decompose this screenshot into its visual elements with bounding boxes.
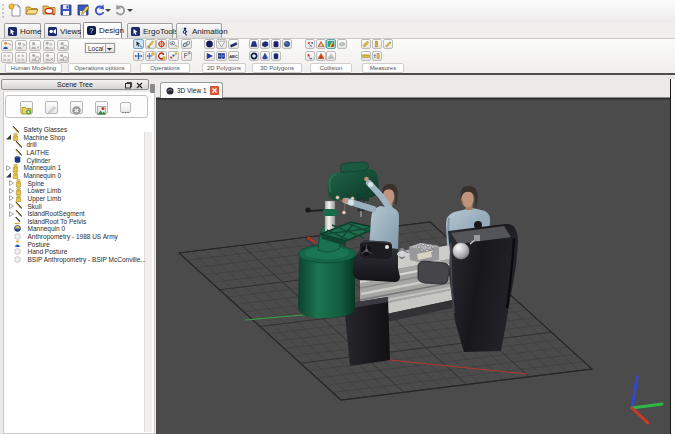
svg-text:ABC: ABC bbox=[229, 54, 238, 59]
svg-text:F: F bbox=[183, 52, 187, 59]
svg-text:?: ? bbox=[90, 27, 94, 34]
